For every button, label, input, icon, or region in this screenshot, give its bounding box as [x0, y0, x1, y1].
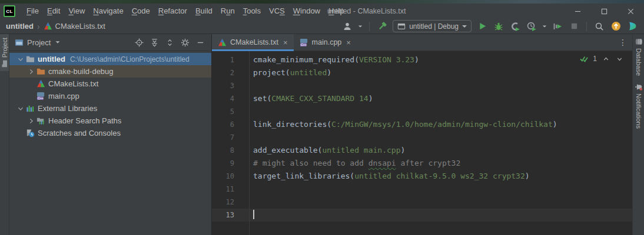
chevron-up-icon: [602, 55, 610, 63]
menu-bar: FileEditViewNavigateCodeRefactorBuildRun…: [22, 4, 348, 19]
database-tool-window-button[interactable]: Database: [633, 34, 644, 79]
tab-main-cpp[interactable]: C++main.cpp×: [294, 34, 357, 51]
breadcrumb-file[interactable]: CMakeLists.txt: [44, 22, 105, 31]
cmake-icon: [218, 38, 227, 47]
ide-update-button[interactable]: [610, 21, 622, 32]
menu-view[interactable]: View: [64, 4, 89, 19]
tree-row-scratches-and-consoles[interactable]: Scratches and Consoles: [9, 127, 211, 139]
run-with-coverage-button[interactable]: [509, 21, 521, 32]
line-number[interactable]: 9: [212, 157, 234, 170]
line-number[interactable]: 1: [212, 53, 234, 66]
line-number[interactable]: 13: [212, 209, 234, 221]
tree-row-header-search-paths[interactable]: Header Search Paths: [9, 115, 211, 127]
menu-navigate[interactable]: Navigate: [89, 4, 127, 19]
line-number[interactable]: 7: [212, 131, 234, 144]
cmake-icon: [36, 79, 46, 88]
close-tab-icon[interactable]: ×: [346, 39, 351, 46]
panel-settings-button[interactable]: [180, 38, 190, 48]
menu-window[interactable]: Window: [289, 4, 324, 19]
code-editor[interactable]: 1cmake_minimum_required(VERSION 3.23)2pr…: [212, 51, 632, 235]
profiler-dropdown-icon[interactable]: [543, 25, 546, 27]
chevron-down-icon[interactable]: [15, 55, 25, 64]
tree-row-main-cpp[interactable]: C++main.cpp: [9, 90, 211, 102]
code-line-7[interactable]: 7: [212, 131, 632, 144]
run-configuration-select[interactable]: untitled | Debug: [393, 20, 472, 32]
stop-button[interactable]: [568, 21, 580, 32]
tree-row-untitled[interactable]: untitledC:\Users\admin\CLionProjects\unt…: [9, 53, 211, 65]
code-line-13[interactable]: 13: [212, 209, 632, 221]
run-button[interactable]: [476, 21, 488, 32]
code-line-10[interactable]: 10target_link_libraries(untitled chilkat…: [212, 170, 632, 183]
menu-file[interactable]: File: [22, 4, 43, 19]
tab-cmakelists-txt[interactable]: CMakeLists.txt×: [212, 34, 294, 51]
code-with-me-button[interactable]: [626, 21, 638, 32]
close-button[interactable]: [618, 4, 644, 19]
code-line-6[interactable]: 6link_directories(C:/MinGW/msys/1.0/home…: [212, 118, 632, 131]
tree-row-cmakelists-txt[interactable]: CMakeLists.txt: [9, 78, 211, 90]
minimize-button[interactable]: [565, 4, 591, 19]
line-number[interactable]: 3: [212, 79, 234, 92]
project-panel-actions: [134, 38, 205, 48]
next-problem-button[interactable]: [615, 54, 624, 63]
menu-refactor[interactable]: Refactor: [154, 4, 191, 19]
debug-button[interactable]: [493, 21, 504, 32]
collapse-all-button[interactable]: [165, 38, 175, 48]
code-line-8[interactable]: 8add_executable(untitled main.cpp): [212, 144, 632, 157]
code-line-5[interactable]: 5: [212, 105, 632, 118]
code-text: # might also need to add dnsapi after cr…: [253, 157, 460, 170]
profiler-button[interactable]: [526, 21, 537, 32]
breadcrumb-project[interactable]: untitled: [6, 22, 34, 31]
project-panel-title[interactable]: Project: [27, 38, 51, 47]
search-everywhere-button[interactable]: [593, 21, 605, 32]
line-number[interactable]: 8: [212, 144, 234, 157]
code-line-11[interactable]: 11: [212, 183, 632, 196]
more-options-icon[interactable]: ⋮: [618, 38, 628, 47]
code-line-12[interactable]: 12: [212, 196, 632, 209]
line-number[interactable]: 6: [212, 118, 234, 131]
notifications-tool-window-button[interactable]: Notifications: [633, 79, 644, 132]
attach-to-process-button[interactable]: [552, 21, 563, 32]
menu-run[interactable]: Run: [217, 4, 239, 19]
chevron-down-icon[interactable]: [56, 41, 60, 43]
code-line-9[interactable]: 9# might also need to add dnsapi after c…: [212, 157, 632, 170]
chevron-right-icon[interactable]: [26, 67, 36, 76]
build-button[interactable]: [376, 21, 388, 32]
user-dropdown-icon[interactable]: [358, 25, 362, 27]
user-account-button[interactable]: [341, 21, 353, 32]
code-line-4[interactable]: 4set(CMAKE_CXX_STANDARD 14): [212, 92, 632, 105]
code-line-1[interactable]: 1cmake_minimum_required(VERSION 3.23): [212, 53, 632, 66]
tree-row-cmake-build-debug[interactable]: cmake-build-debug: [9, 65, 211, 78]
chevron-down-icon[interactable]: [15, 104, 25, 113]
menu-code[interactable]: Code: [128, 4, 154, 19]
code-line-3[interactable]: 3: [212, 79, 632, 92]
code-token: untitled chilkat-9.5.0 ws2_32 crypt32: [354, 172, 525, 180]
expand-all-button[interactable]: [150, 38, 160, 48]
code-token: ): [327, 68, 331, 77]
line-number[interactable]: 4: [212, 92, 234, 105]
code-token: ): [369, 94, 373, 103]
tree-row-external-libraries[interactable]: External Libraries: [9, 102, 211, 115]
menu-vcs[interactable]: VCS: [265, 4, 289, 19]
maximize-button[interactable]: [591, 4, 618, 19]
editor-area: CMakeLists.txt×C++main.cpp× ⋮ 1cmake_min…: [212, 34, 632, 235]
hide-panel-button[interactable]: [195, 38, 205, 48]
locate-file-button[interactable]: [134, 38, 144, 48]
line-number[interactable]: 5: [212, 105, 234, 118]
menu-edit[interactable]: Edit: [43, 4, 64, 19]
code-token: ): [414, 55, 419, 64]
line-number[interactable]: 11: [212, 183, 234, 196]
project-tool-window-button[interactable]: Project: [0, 34, 9, 71]
previous-problem-button[interactable]: [601, 54, 610, 63]
menu-tools[interactable]: Tools: [239, 4, 265, 19]
code-line-2[interactable]: 2project(untitled): [212, 66, 632, 79]
editor-tabs: CMakeLists.txt×C++main.cpp×: [212, 34, 357, 51]
line-number[interactable]: 12: [212, 196, 234, 209]
line-number[interactable]: 2: [212, 66, 234, 79]
close-tab-icon[interactable]: ×: [283, 39, 288, 46]
chevron-right-icon[interactable]: [26, 116, 36, 126]
line-number[interactable]: 10: [212, 170, 234, 183]
window-controls: [565, 4, 644, 19]
code-token: ): [553, 120, 557, 129]
database-stripe-label: Database: [635, 48, 642, 76]
menu-build[interactable]: Build: [191, 4, 217, 19]
